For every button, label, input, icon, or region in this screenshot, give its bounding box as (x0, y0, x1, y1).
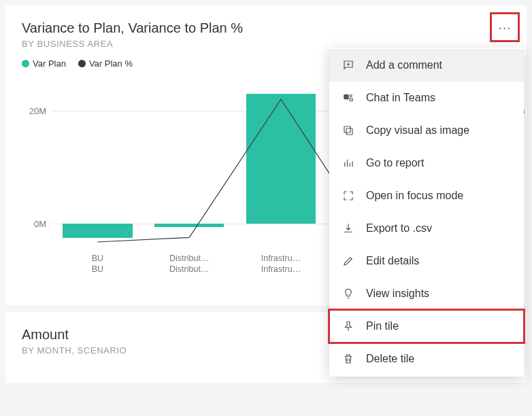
legend-item-var-plan-pct[interactable]: Var Plan % (78, 58, 133, 69)
focus-mode-icon (342, 189, 355, 203)
legend-swatch (22, 60, 29, 67)
legend-swatch (78, 60, 86, 67)
tile-title: Variance to Plan, Variance to Plan % (22, 19, 510, 37)
y-tick: 0M (34, 219, 46, 229)
x-axis-label: BUBU (52, 254, 144, 293)
x-axis-label: Distribut…Distribut… (144, 254, 235, 293)
svg-text:T: T (345, 95, 348, 99)
legend-label: Var Plan (33, 58, 66, 69)
menu-item-edit-details[interactable]: Edit details (329, 245, 524, 277)
menu-item-focus-mode[interactable]: Open in focus mode (329, 179, 524, 212)
svg-rect-3 (346, 128, 352, 135)
legend-item-var-plan[interactable]: Var Plan (22, 58, 66, 69)
go-report-icon (342, 156, 355, 170)
menu-item-label: Chat in Teams (366, 92, 435, 104)
menu-item-label: Export to .csv (366, 222, 432, 235)
chat-teams-icon: T (342, 91, 355, 105)
svg-rect-4 (344, 126, 350, 133)
legend-label: Var Plan % (89, 58, 133, 69)
menu-item-chat-teams[interactable]: TChat in Teams (329, 82, 524, 114)
menu-item-label: Copy visual as image (366, 124, 469, 137)
annotation-highlight-pin (328, 309, 525, 344)
export-csv-icon (342, 222, 355, 235)
x-axis-label: Infrastru…Infrastru… (235, 254, 327, 293)
menu-item-pin-tile[interactable]: Pin tile (329, 310, 524, 343)
copy-image-icon (342, 124, 355, 137)
menu-item-go-report[interactable]: Go to report (329, 147, 524, 179)
menu-item-copy-image[interactable]: Copy visual as image (329, 114, 524, 147)
edit-details-icon (342, 254, 355, 268)
view-insights-icon (342, 287, 355, 300)
y-axis: 20M 0M (22, 82, 49, 252)
menu-item-label: Delete tile (366, 353, 414, 365)
add-comment-icon (342, 58, 355, 72)
y-tick: 20M (29, 105, 46, 116)
menu-item-label: Add a comment (366, 59, 442, 71)
menu-item-add-comment[interactable]: Add a comment (329, 49, 524, 82)
menu-item-export-csv[interactable]: Export to .csv (329, 212, 524, 245)
annotation-highlight-more (490, 12, 520, 42)
menu-item-delete-tile[interactable]: Delete tile (329, 343, 524, 375)
delete-tile-icon (342, 352, 355, 366)
menu-item-label: Open in focus mode (366, 190, 463, 202)
menu-item-label: View insights (366, 288, 429, 300)
svg-point-2 (350, 95, 352, 97)
menu-item-label: Edit details (366, 255, 419, 267)
menu-item-view-insights[interactable]: View insights (329, 277, 524, 310)
menu-item-label: Go to report (366, 157, 424, 169)
tile-context-menu: Add a commentTChat in TeamsCopy visual a… (329, 48, 524, 377)
